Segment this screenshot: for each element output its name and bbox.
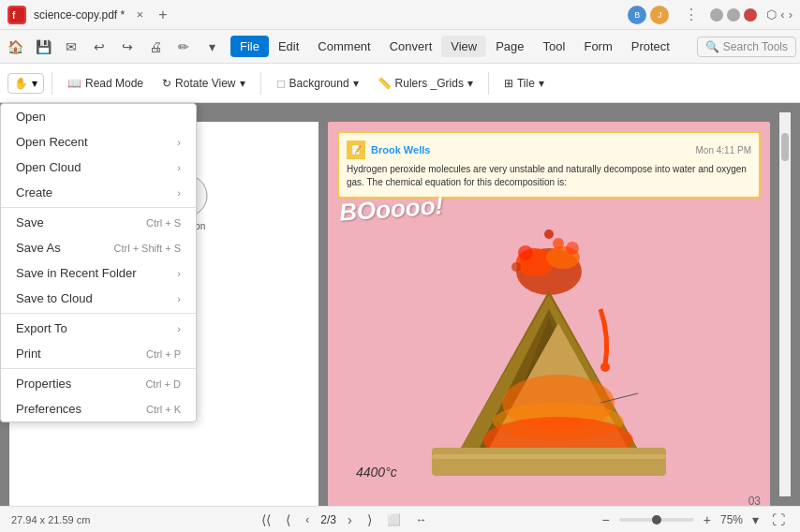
- menu-edit[interactable]: Edit: [269, 36, 308, 57]
- save-icon[interactable]: 💾: [32, 36, 54, 58]
- dropdown-label-export-to: Export To: [16, 321, 67, 335]
- undo-icon[interactable]: ↩: [88, 36, 111, 58]
- menu-file[interactable]: File: [230, 36, 269, 57]
- dropdown-item-save-recent-folder[interactable]: Save in Recent Folder›: [1, 260, 196, 286]
- prev-page-btn[interactable]: ⟨: [282, 510, 294, 529]
- menu-protect[interactable]: Protect: [622, 36, 679, 57]
- dropdown-divider-divider3: [1, 368, 196, 369]
- dropdown-arrow-open-recent: ›: [177, 137, 181, 148]
- email-icon[interactable]: ✉: [60, 36, 82, 58]
- next-btn[interactable]: ›: [344, 510, 356, 529]
- svg-point-11: [518, 245, 533, 260]
- zoom-level: 75%: [720, 513, 743, 526]
- dropdown-label-save-cloud: Save to Cloud: [16, 291, 93, 305]
- dropdown-arrow-save-cloud: ›: [177, 293, 181, 304]
- background-btn[interactable]: ◻ Background ▾: [269, 73, 366, 94]
- dropdown-item-preferences[interactable]: PreferencesCtrl + K: [1, 396, 196, 421]
- rotate-icon: ↻: [162, 77, 171, 90]
- zoom-slider-handle[interactable]: [652, 515, 661, 525]
- dropdown-item-open-recent[interactable]: Open Recent›: [1, 129, 196, 155]
- menu-tool[interactable]: Tool: [534, 36, 575, 57]
- menu-form[interactable]: Form: [574, 36, 621, 57]
- hand-tool-select[interactable]: ✋ ▾: [7, 73, 44, 94]
- dropdown-label-save-as: Save As: [16, 241, 61, 255]
- page-number-right: 03: [748, 495, 761, 506]
- status-bar: 27.94 x 21.59 cm ⟨⟨ ⟨ ‹ 2/3 › ⟩ ⬜ ↔ − + …: [0, 506, 800, 532]
- print-icon[interactable]: 🖨: [144, 36, 167, 58]
- maximize-btn[interactable]: [727, 8, 740, 22]
- dropdown-item-open[interactable]: Open: [1, 104, 196, 129]
- fit-width-btn[interactable]: ↔: [412, 511, 431, 528]
- dropdown-item-print[interactable]: PrintCtrl + P: [1, 341, 196, 366]
- close-btn[interactable]: [744, 8, 757, 22]
- forward-btn[interactable]: ›: [789, 7, 793, 22]
- right-scrollbar[interactable]: [779, 112, 791, 496]
- new-tab-btn[interactable]: +: [158, 7, 167, 23]
- tile-icon: ⊞: [504, 77, 513, 90]
- zoom-out-btn[interactable]: −: [599, 510, 614, 529]
- menu-page[interactable]: Page: [486, 36, 533, 57]
- dropdown-label-open: Open: [16, 110, 46, 124]
- menu-toolbar-icons: 🏠 💾 ✉ ↩ ↪ 🖨 ✏ ▾: [4, 36, 223, 58]
- zoom-in-btn[interactable]: +: [700, 510, 715, 529]
- dropdown-item-open-cloud[interactable]: Open Cloud›: [1, 155, 196, 180]
- toolbar-divider-2: [260, 72, 261, 95]
- file-dropdown-menu: OpenOpen Recent›Open Cloud›Create›SaveCt…: [0, 103, 197, 422]
- more-options-btn[interactable]: ⋮: [684, 6, 699, 23]
- dropdown-label-open-recent: Open Recent: [16, 135, 88, 149]
- dropdown-shortcut-properties: Ctrl + D: [145, 378, 181, 390]
- more-icon[interactable]: ▾: [200, 36, 223, 58]
- user-avatar: B: [628, 6, 646, 24]
- tab-close-btn[interactable]: ×: [132, 7, 147, 22]
- dropdown-item-export-to[interactable]: Export To›: [1, 316, 196, 341]
- annotation-icon: 📝: [347, 140, 365, 159]
- fullscreen-btn[interactable]: ⛶: [768, 510, 789, 529]
- read-mode-btn[interactable]: 📖 Read Mode: [60, 73, 151, 94]
- redo-icon[interactable]: ↪: [116, 36, 139, 58]
- back-btn[interactable]: ‹: [780, 7, 784, 22]
- zoom-slider[interactable]: [619, 518, 694, 522]
- rulers-grids-btn[interactable]: 📏 Rulers _Grids ▾: [370, 73, 481, 94]
- dropdown-item-save-as[interactable]: Save AsCtrl + Shift + S: [1, 235, 196, 260]
- rotate-view-btn[interactable]: ↻ Rotate View ▾: [155, 73, 252, 94]
- first-page-btn[interactable]: ⟨⟨: [258, 510, 274, 529]
- page-dimensions: 27.94 x 21.59 cm: [11, 514, 90, 525]
- external-link-btn[interactable]: ⬡: [766, 7, 777, 22]
- last-page-btn[interactable]: ⟩: [363, 510, 376, 529]
- minimize-btn[interactable]: [710, 8, 723, 22]
- prev-btn-2[interactable]: ‹: [302, 511, 313, 528]
- zoom-dropdown-btn[interactable]: ▾: [748, 510, 763, 529]
- annotate-icon[interactable]: ✏: [172, 36, 195, 58]
- menu-comment[interactable]: Comment: [308, 36, 379, 57]
- dropdown-arrow-open-cloud: ›: [177, 162, 181, 173]
- dropdown-label-save: Save: [16, 215, 44, 229]
- dropdown-arrow-save-recent-folder: ›: [177, 268, 181, 279]
- user-avatar-2: J: [650, 6, 669, 24]
- menu-view[interactable]: View: [441, 36, 486, 57]
- dropdown-label-preferences: Preferences: [16, 402, 81, 416]
- search-tools-box[interactable]: 🔍 Search Tools: [697, 37, 796, 57]
- dropdown-label-create: Create: [16, 185, 52, 200]
- hand-icon: ✋: [14, 77, 28, 90]
- fit-page-btn[interactable]: ⬜: [383, 511, 405, 528]
- annotation-author: Brook Wells: [371, 144, 430, 155]
- dropdown-item-save-cloud[interactable]: Save to Cloud›: [1, 286, 196, 311]
- annotation-text: Hydrogen peroxide molecules are very uns…: [347, 163, 751, 189]
- main-area: OpenOpen Recent›Open Cloud›Create›SaveCt…: [0, 103, 800, 506]
- temperature-label: 4400°c: [356, 465, 397, 480]
- svg-point-16: [600, 362, 610, 372]
- home-icon[interactable]: 🏠: [4, 36, 26, 58]
- dropdown-label-open-cloud: Open Cloud: [16, 160, 81, 174]
- bg-chevron-icon: ▾: [353, 77, 359, 90]
- tile-chevron-icon: ▾: [539, 77, 544, 90]
- title-bar: f science-copy.pdf * × + B J ⋮ ⬡ ‹ ›: [0, 0, 800, 30]
- menu-convert[interactable]: Convert: [380, 36, 442, 57]
- title-bar-left: f science-copy.pdf * × +: [7, 6, 168, 24]
- annotation-box: 📝 Brook Wells Mon 4:11 PM Hydrogen perox…: [337, 131, 761, 199]
- rulers-icon: 📏: [378, 77, 392, 90]
- dropdown-item-create[interactable]: Create›: [1, 180, 196, 205]
- dropdown-item-properties[interactable]: PropertiesCtrl + D: [1, 371, 196, 396]
- tile-btn[interactable]: ⊞ Tile ▾: [496, 73, 552, 94]
- scroll-thumb[interactable]: [781, 133, 789, 161]
- dropdown-item-save[interactable]: SaveCtrl + S: [1, 210, 196, 235]
